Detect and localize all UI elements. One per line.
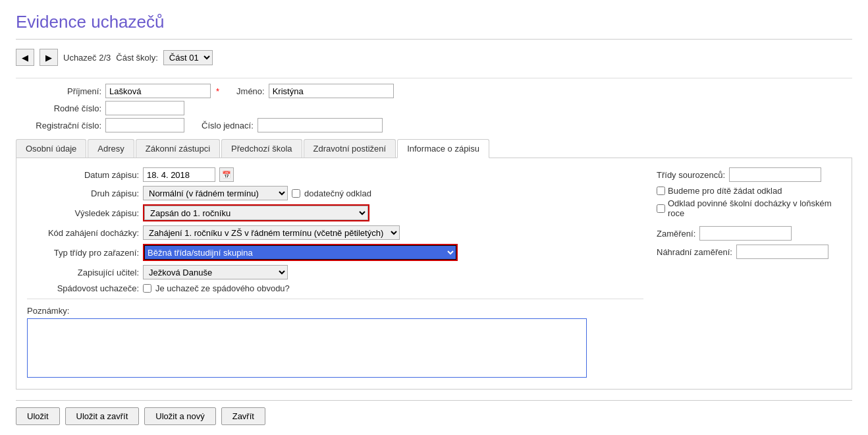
next-button[interactable]: ▶	[40, 49, 58, 66]
notes-section: Poznámky:	[27, 306, 643, 380]
zapisujici-ucitel-select[interactable]: Ježková Danuše Jiný učitel	[143, 265, 288, 279]
druh-zapisu-label: Druh zápisu:	[27, 188, 139, 198]
title-divider	[16, 39, 852, 40]
typ-tridy-row: Typ třídy pro zařazení: Běžná třída/stud…	[27, 244, 643, 261]
two-col-layout: Datum zápisu: 📅 Druh zápisu: Normální (v…	[27, 167, 841, 380]
datum-zapisu-row: Datum zápisu: 📅	[27, 167, 643, 182]
odklad-povinne-checkbox[interactable]	[657, 204, 665, 213]
tridy-sourozencu-input[interactable]	[729, 167, 821, 182]
right-col: Třídy sourozenců: Budeme pro dítě žádat …	[657, 167, 841, 380]
left-col: Datum zápisu: 📅 Druh zápisu: Normální (v…	[27, 167, 643, 380]
typ-tridy-label: Typ třídy pro zařazení:	[27, 248, 139, 258]
ulozit-button[interactable]: Uložit	[16, 407, 60, 425]
typ-tridy-select[interactable]: Běžná třída/studijní skupina Speciální t…	[144, 245, 456, 260]
prijmeni-row: Příjmení: * Jméno:	[16, 84, 852, 98]
tab-informace-o-zapisu[interactable]: Informace o zápisu	[397, 139, 489, 158]
kod-zahajeni-select[interactable]: Zahájení 1. ročníku v ZŠ v řádném termín…	[143, 225, 400, 240]
toolbar: ◀ ▶ Uchazeč 2/3 Část školy: Část 01 Část…	[16, 49, 852, 66]
cast-skoly-select[interactable]: Část 01 Část 02	[163, 50, 213, 65]
tab-zakonni-zastupci[interactable]: Zákonní zástupci	[136, 139, 220, 158]
tab-adresy[interactable]: Adresy	[88, 139, 134, 158]
budeme-zadat-row: Budeme pro dítě žádat odklad	[657, 186, 841, 196]
budeme-zadat-odklad-label: Budeme pro dítě žádat odklad	[668, 186, 782, 196]
registracni-cislo-label: Registrační číslo:	[16, 121, 101, 130]
tridy-sourozencu-row: Třídy sourozenců:	[657, 167, 841, 182]
spadovost-checkbox-label: Je uchazeč ze spádového obvodu?	[155, 283, 290, 293]
vysledek-zapisu-row: Výsledek zápisu: Zapsán do 1. ročníku Ne…	[27, 204, 643, 221]
jmeno-label: Jméno:	[236, 86, 265, 96]
zapisujici-ucitel-row: Zapisující učitel: Ježková Danuše Jiný u…	[27, 265, 643, 279]
tab-zdravotni-postizeni[interactable]: Zdravotní postižení	[304, 139, 396, 158]
footer-buttons: Uložit Uložit a zavřít Uložit a nový Zav…	[16, 400, 852, 425]
poznamky-textarea[interactable]	[27, 318, 587, 378]
kod-zahajeni-row: Kód zahájení docházky: Zahájení 1. roční…	[27, 225, 643, 240]
zamereni-input[interactable]	[699, 226, 792, 241]
rodne-cislo-row: Rodné číslo:	[16, 101, 852, 115]
tab-content-informace: Datum zápisu: 📅 Druh zápisu: Normální (v…	[16, 158, 852, 390]
content-divider	[27, 299, 643, 299]
rodne-cislo-input[interactable]	[105, 101, 184, 115]
prijmeni-label: Příjmení:	[16, 86, 101, 96]
budeme-zadat-odklad-checkbox[interactable]	[657, 187, 665, 195]
rodne-cislo-label: Rodné číslo:	[16, 103, 101, 113]
poznamky-label: Poznámky:	[27, 306, 643, 316]
spadovost-checkbox[interactable]	[143, 284, 151, 293]
ulozit-zavrit-button[interactable]: Uložit a zavřít	[65, 407, 140, 425]
registracni-cislo-input[interactable]	[105, 118, 184, 132]
druh-zapisu-select[interactable]: Normální (v řádném termínu) Jiný	[143, 186, 288, 200]
ulozit-novy-button[interactable]: Uložit a nový	[144, 407, 215, 425]
datum-zapisu-input[interactable]	[143, 167, 215, 182]
cislo-jednaci-label: Číslo jednací:	[202, 121, 254, 130]
odklad-povinne-label: Odklad povinné školní docházky v loňském…	[668, 198, 841, 218]
page-title: Evidence uchazečů	[16, 12, 852, 32]
prijmeni-input[interactable]	[105, 84, 211, 98]
typ-tridy-wrapper: Běžná třída/studijní skupina Speciální t…	[143, 244, 458, 261]
odklad-povinne-row: Odklad povinné školní docházky v loňském…	[657, 198, 841, 218]
zapisujici-ucitel-label: Zapisující učitel:	[27, 268, 139, 277]
dodatecny-odklad-checkbox[interactable]	[292, 189, 300, 198]
spadovost-label: Spádovost uchazeče:	[27, 283, 139, 293]
registracni-row: Registrační číslo: Číslo jednací:	[16, 118, 852, 132]
datum-zapisu-label: Datum zápisu:	[27, 170, 139, 180]
tab-osobni-udaje[interactable]: Osobní údaje	[16, 139, 86, 158]
nahradni-zamereni-label: Náhradní zaměření:	[657, 247, 732, 257]
dodatecny-odklad-label: dodatečný odklad	[304, 188, 371, 198]
druh-zapisu-row: Druh zápisu: Normální (v řádném termínu)…	[27, 186, 643, 200]
zavrit-button[interactable]: Zavřít	[221, 407, 265, 425]
cast-skoly-label: Část školy:	[116, 53, 158, 63]
tabs-container: Osobní údaje Adresy Zákonní zástupci Pře…	[16, 139, 852, 158]
nahradni-zamereni-input[interactable]	[736, 245, 828, 259]
calendar-button[interactable]: 📅	[219, 167, 234, 182]
vysledek-zapisu-wrapper: Zapsán do 1. ročníku Nezapsán Odložená š…	[143, 204, 369, 221]
form-section: Příjmení: * Jméno: Rodné číslo: Registra…	[16, 84, 852, 132]
jmeno-input[interactable]	[269, 84, 394, 98]
required-star: *	[216, 86, 219, 96]
section-divider	[16, 78, 852, 78]
kod-zahajeni-label: Kód zahájení docházky:	[27, 228, 139, 238]
nahradni-zamereni-row: Náhradní zaměření:	[657, 245, 841, 259]
uchazeč-info: Uchazeč 2/3	[63, 53, 111, 63]
tab-predchozi-skola[interactable]: Předchozí škola	[221, 139, 302, 158]
vysledek-zapisu-select[interactable]: Zapsán do 1. ročníku Nezapsán Odložená š…	[144, 206, 368, 220]
spadovost-row: Spádovost uchazeče: Je uchazeč ze spádov…	[27, 283, 643, 293]
zamereni-row: Zaměření:	[657, 226, 841, 241]
cislo-jednaci-input[interactable]	[258, 118, 383, 132]
tridy-sourozencu-label: Třídy sourozenců:	[657, 170, 725, 180]
vysledek-zapisu-label: Výsledek zápisu:	[27, 208, 139, 218]
zamereni-label: Zaměření:	[657, 229, 695, 239]
prev-button[interactable]: ◀	[16, 49, 34, 66]
